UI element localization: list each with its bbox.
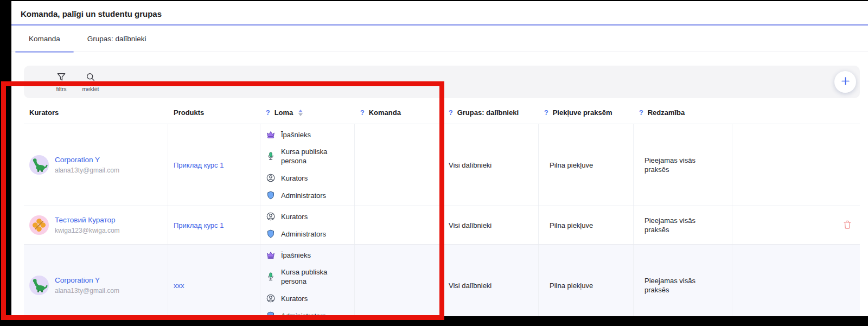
curator-name-link[interactable]: Corporation Y — [55, 276, 119, 285]
column-label: Piekļuve praksēm — [553, 108, 612, 117]
shield-icon — [266, 190, 276, 200]
role-item: Kursa publiska persona — [266, 147, 345, 165]
role-label: Kursa publiska persona — [281, 267, 345, 286]
product-cell: Приклад курс 1 — [168, 124, 260, 206]
person-icon — [266, 293, 276, 303]
add-member-button[interactable] — [834, 71, 856, 93]
curator-info: Corporation Y alana13ty@gmail.com — [29, 155, 119, 175]
visibility-value: Pieejamas visās praksēs — [644, 216, 718, 234]
person-icon — [266, 212, 276, 221]
visibility-cell: Pieejamas visās praksēs — [634, 245, 732, 326]
column-header-piekluve-praksem: ? Piekļuve praksēm — [539, 101, 634, 124]
groups-value: Visi dalībnieki — [449, 161, 492, 170]
tab-komanda[interactable]: Komanda — [15, 25, 74, 52]
team-cell — [355, 124, 443, 206]
curator-info: Тестовий Куратор kwiga123@kwiga.com — [29, 215, 120, 235]
tab-label: Grupas: dalībnieki — [87, 35, 146, 43]
column-header-redzamiba: ? Redzamība — [634, 101, 732, 124]
product-link[interactable]: Приклад курс 1 — [174, 161, 224, 170]
help-icon[interactable]: ? — [639, 109, 643, 117]
product-cell: Приклад курс 1 — [168, 206, 260, 244]
row-actions-cell — [732, 245, 860, 326]
frame-left — [0, 0, 11, 326]
column-label: Loma — [275, 108, 293, 117]
role-item: Īpašnieks — [266, 250, 311, 260]
curator-cell: Corporation Y alana13ty@gmail.com — [24, 124, 168, 206]
role-item: Kurators — [266, 293, 308, 303]
search-icon — [85, 72, 96, 84]
plus-icon — [840, 76, 851, 88]
column-label: Grupas: dalībnieki — [457, 108, 519, 117]
role-label: Kurators — [281, 174, 308, 183]
column-header-komanda: ? Komanda — [355, 101, 443, 124]
role-item: Kursa publiska persona — [266, 267, 345, 286]
app-window: Komanda, palīgi un studentu grupas Koman… — [11, 1, 868, 326]
crown-icon — [266, 250, 276, 260]
team-cell — [355, 206, 443, 244]
edit-curator-button[interactable] — [157, 164, 159, 166]
role-label: Kursa publiska persona — [281, 147, 345, 165]
roles-cell: ĪpašnieksKursa publiska personaKuratorsA… — [260, 245, 355, 326]
sort-toggle-icon[interactable] — [298, 110, 303, 116]
role-label: Kurators — [281, 212, 308, 221]
table-row: Corporation Y alana13ty@gmail.com xxx Īp… — [24, 245, 860, 326]
role-label: Īpašnieks — [281, 251, 311, 260]
tab-bar: Komanda Grupas: dalībnieki — [11, 25, 868, 52]
delete-row-button[interactable] — [841, 218, 854, 233]
dinosaur-avatar — [29, 276, 49, 295]
team-cell — [355, 245, 443, 326]
curator-email: alana13ty@gmail.com — [55, 286, 119, 296]
role-label: Administrators — [281, 229, 326, 239]
table-header-row: Kurators Produkts ? Loma ? Komanda ? Gru… — [24, 101, 860, 124]
column-header-produkts: Produkts — [168, 101, 260, 124]
column-header-loma[interactable]: ? Loma — [260, 101, 355, 124]
groups-cell: Visi dalībnieki — [443, 245, 539, 326]
curator-email: alana13ty@gmail.com — [55, 166, 119, 175]
curator-cell: Corporation Y alana13ty@gmail.com — [24, 245, 168, 326]
curator-name-link[interactable]: Corporation Y — [55, 155, 119, 164]
access-cell: Pilna piekļuve — [539, 124, 634, 206]
shield-icon — [266, 229, 276, 239]
crown-icon — [266, 130, 276, 139]
filter-button[interactable]: filtrs — [47, 72, 76, 92]
help-icon[interactable]: ? — [544, 109, 548, 117]
role-label: Īpašnieks — [281, 130, 311, 139]
person-icon — [266, 173, 276, 183]
column-label: Redzamība — [648, 108, 685, 117]
search-button[interactable]: meklēt — [76, 72, 105, 92]
tab-grupas-dalibnieki[interactable]: Grupas: dalībnieki — [74, 25, 160, 52]
access-value: Pilna piekļuve — [550, 281, 593, 290]
butterfly-avatar — [29, 215, 49, 235]
help-icon[interactable]: ? — [360, 109, 365, 117]
column-label: Produkts — [174, 108, 204, 117]
role-item: Kurators — [266, 173, 308, 183]
column-header-grupas-dalibnieki: ? Grupas: dalībnieki — [443, 101, 539, 124]
visibility-value: Pieejamas visās praksēs — [644, 276, 718, 295]
visibility-cell: Pieejamas visās praksēs — [634, 124, 732, 206]
help-icon[interactable]: ? — [449, 109, 453, 117]
roles-cell: ĪpašnieksKursa publiska personaKuratorsA… — [260, 124, 355, 206]
curator-name-link[interactable]: Тестовий Куратор — [55, 215, 120, 225]
visibility-cell: Pieejamas visās praksēs — [634, 206, 732, 244]
filter-button-label: filtrs — [56, 86, 66, 92]
microphone-icon — [266, 272, 276, 282]
edit-curator-button[interactable] — [157, 224, 159, 226]
frame-top — [0, 0, 868, 1]
product-cell: xxx — [168, 245, 260, 326]
help-icon[interactable]: ? — [266, 109, 270, 117]
groups-value: Visi dalībnieki — [449, 221, 492, 230]
column-header-actions — [732, 101, 860, 124]
access-cell: Pilna piekļuve — [539, 206, 634, 244]
visibility-value: Pieejamas visās praksēs — [644, 156, 718, 174]
role-item: Administrators — [266, 190, 326, 200]
product-link[interactable]: Приклад курс 1 — [174, 221, 224, 230]
curator-email: kwiga123@kwiga.com — [55, 226, 120, 235]
main-panel: filtrs meklēt Kurators Produkts ? Loma — [24, 66, 860, 326]
role-label: Administrators — [281, 191, 326, 200]
tab-label: Komanda — [29, 35, 60, 43]
product-link[interactable]: xxx — [174, 281, 184, 290]
edit-curator-button[interactable] — [157, 284, 159, 286]
curator-info: Corporation Y alana13ty@gmail.com — [29, 276, 119, 296]
table-row: Corporation Y alana13ty@gmail.com Прикла… — [24, 124, 860, 206]
funnel-icon — [56, 72, 67, 84]
